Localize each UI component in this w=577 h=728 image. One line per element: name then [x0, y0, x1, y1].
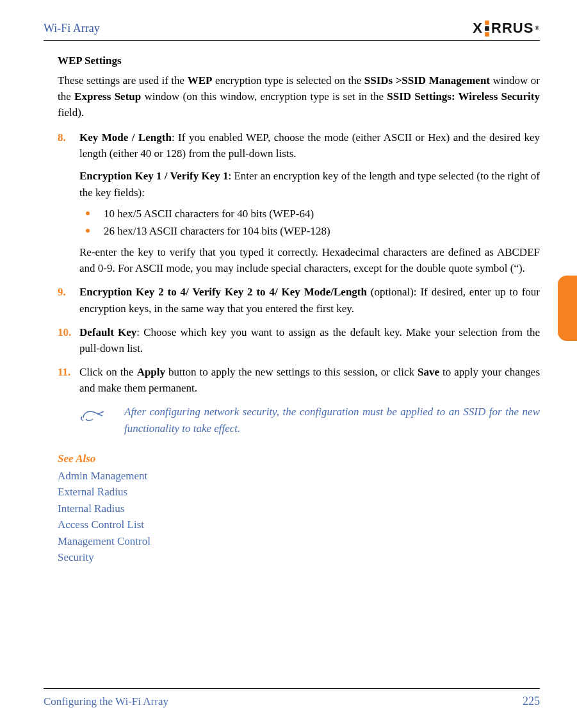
text-bold: Encryption Key 2 to 4/ Verify Key 2 to 4…	[79, 286, 367, 298]
bullet-item: 10 hex/5 ASCII characters for 40 bits (W…	[79, 206, 540, 222]
note-callout: After configuring network security, the …	[79, 404, 540, 436]
text: window (on this window, encryption type …	[141, 90, 387, 103]
page-content: WEP Settings These settings are used if …	[44, 53, 540, 566]
bullet-icon	[86, 229, 90, 233]
doc-title: Wi-Fi Array	[44, 20, 100, 37]
logo-text-post: RRUS	[491, 18, 533, 39]
text: encryption type is selected on the	[212, 74, 364, 87]
link-admin-management[interactable]: Admin Management	[58, 468, 540, 484]
bullet-item: 26 hex/13 ASCII characters for 104 bits …	[79, 223, 540, 239]
logo-text-pre: X	[473, 18, 483, 39]
text: Re-enter the key to verify that you type…	[79, 244, 540, 276]
link-internal-radius[interactable]: Internal Radius	[58, 500, 540, 517]
item-body: Default Key: Choose which key you want t…	[79, 324, 540, 356]
text: : Choose which key you want to assign as…	[79, 326, 540, 354]
item-number: 11.	[58, 364, 79, 396]
bullet-list: 10 hex/5 ASCII characters for 40 bits (W…	[79, 206, 540, 239]
header-rule	[44, 40, 540, 41]
note-hand-icon	[79, 405, 108, 429]
item-body: Key Mode / Length: If you enabled WEP, c…	[79, 129, 540, 276]
text-bold: Encryption Key 1 / Verify Key 1	[79, 170, 228, 182]
section-heading: WEP Settings	[58, 53, 540, 69]
text: field).	[58, 106, 84, 119]
text-bold: SSID Settings: Wireless Security	[387, 90, 540, 103]
page-number: 225	[523, 693, 540, 710]
list-item-9: 9. Encryption Key 2 to 4/ Verify Key 2 t…	[58, 284, 540, 316]
footer-section-title: Configuring the Wi-Fi Array	[44, 693, 168, 709]
registered-icon: ®	[535, 24, 540, 33]
note-text: After configuring network security, the …	[124, 404, 540, 436]
item-number: 9.	[58, 284, 79, 316]
text-bold: Key Mode / Length	[79, 131, 172, 144]
see-also-links: Admin Management External Radius Interna…	[58, 468, 540, 566]
text-bold: Default Key	[79, 326, 136, 338]
item-number: 8.	[58, 129, 79, 276]
item-body: Click on the Apply button to apply the n…	[79, 364, 540, 396]
see-also-heading: See Also	[58, 451, 540, 467]
text-bold: Apply	[137, 366, 165, 378]
link-access-control-list[interactable]: Access Control List	[58, 517, 540, 533]
text: Click on the	[79, 366, 137, 378]
text-bold: SSIDs >SSID Management	[364, 74, 490, 87]
footer-rule	[44, 688, 540, 689]
link-external-radius[interactable]: External Radius	[58, 484, 540, 500]
section-tab	[558, 276, 577, 341]
link-security[interactable]: Security	[58, 549, 540, 566]
text-bold: WEP	[188, 74, 213, 87]
text: button to apply the new settings to this…	[165, 366, 418, 378]
link-management-control[interactable]: Management Control	[58, 533, 540, 550]
logo-dots-icon	[485, 21, 489, 37]
bullet-icon	[86, 211, 90, 215]
text-bold: Express Setup	[74, 90, 141, 103]
item-body: Encryption Key 2 to 4/ Verify Key 2 to 4…	[79, 284, 540, 316]
text: 26 hex/13 ASCII characters for 104 bits …	[104, 223, 330, 239]
list-item-11: 11. Click on the Apply button to apply t…	[58, 364, 540, 396]
text-bold: Save	[418, 366, 439, 378]
page-footer: Configuring the Wi-Fi Array 225	[44, 688, 540, 710]
brand-logo: X RRUS®	[473, 18, 540, 39]
intro-paragraph: These settings are used if the WEP encry…	[58, 72, 540, 120]
numbered-list: 8. Key Mode / Length: If you enabled WEP…	[58, 129, 540, 396]
page-header: Wi-Fi Array X RRUS®	[44, 18, 540, 39]
text: 10 hex/5 ASCII characters for 40 bits (W…	[104, 206, 314, 222]
text: These settings are used if the	[58, 74, 188, 87]
list-item-10: 10. Default Key: Choose which key you wa…	[58, 324, 540, 356]
item-number: 10.	[58, 324, 79, 356]
list-item-8: 8. Key Mode / Length: If you enabled WEP…	[58, 129, 540, 276]
